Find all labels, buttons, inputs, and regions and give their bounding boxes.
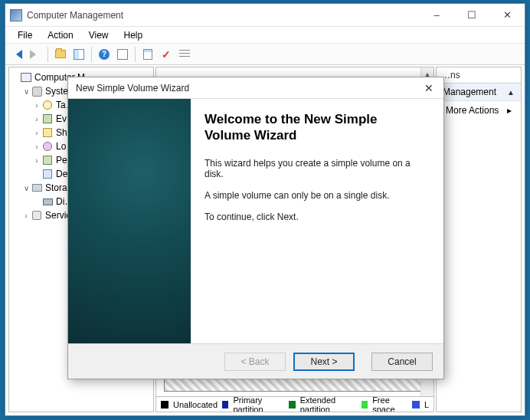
- nav-forward-button[interactable]: [27, 46, 44, 63]
- shared-icon: [41, 126, 54, 139]
- toolbar-separator: [47, 47, 48, 62]
- app-icon: [10, 9, 22, 21]
- users-icon: [41, 140, 54, 153]
- legend-label: Extended partition: [300, 396, 357, 412]
- device-icon: [41, 168, 54, 180]
- cancel-button[interactable]: Cancel: [371, 353, 433, 371]
- list-button[interactable]: [176, 46, 193, 63]
- actions-header: …ns: [437, 67, 521, 84]
- minimize-button[interactable]: –: [419, 4, 454, 26]
- disk-icon: [41, 195, 54, 208]
- toolbar-separator: [91, 47, 92, 62]
- view-columns-button[interactable]: [70, 46, 87, 63]
- expand-icon[interactable]: ›: [32, 101, 41, 110]
- toolbar-separator: [135, 47, 136, 62]
- computer-icon: [20, 71, 32, 84]
- services-icon: [31, 209, 43, 221]
- maximize-button[interactable]: ☐: [454, 4, 489, 26]
- collapse-arrow-icon: ▲: [507, 88, 515, 97]
- wizard-text-1: This wizard helps you create a simple vo…: [204, 158, 427, 179]
- expand-icon[interactable]: ›: [32, 115, 41, 123]
- wizard-close-button[interactable]: ✕: [417, 79, 440, 97]
- clock-icon: [41, 99, 54, 111]
- window-controls: – ☐ ✕: [419, 4, 525, 26]
- titlebar: Computer Management – ☐ ✕: [5, 4, 525, 27]
- view-grid-button[interactable]: [114, 46, 131, 63]
- toolbar: ? ✓: [5, 44, 525, 65]
- swatch-icon: [289, 401, 295, 409]
- legend-unallocated: Unallocated: [161, 400, 218, 409]
- legend-logical: L: [412, 400, 429, 409]
- next-button[interactable]: Next >: [293, 353, 355, 371]
- performance-icon: [41, 154, 54, 166]
- wizard-text-2: A simple volume can only be on a single …: [204, 190, 427, 201]
- actions-section[interactable]: Management ▲: [437, 84, 521, 101]
- menu-action[interactable]: Action: [41, 28, 79, 42]
- folder-icon: [55, 50, 66, 58]
- swatch-icon: [222, 401, 228, 409]
- wizard-footer: < Back Next > Cancel: [68, 343, 443, 379]
- collapse-icon[interactable]: ∨: [21, 184, 31, 192]
- legend-freespace: Free space: [362, 396, 407, 412]
- columns-icon: [74, 49, 84, 60]
- wizard-titlebar: New Simple Volume Wizard ✕: [68, 77, 443, 99]
- legend-label: Free space: [372, 396, 407, 412]
- swatch-icon: [362, 401, 368, 409]
- help-button[interactable]: ?: [96, 46, 113, 63]
- window-title: Computer Management: [27, 10, 419, 21]
- tools-icon: [31, 85, 43, 97]
- close-button[interactable]: ✕: [489, 4, 525, 26]
- help-icon: ?: [99, 49, 110, 60]
- legend-label: Unallocated: [173, 400, 218, 409]
- menu-help[interactable]: Help: [118, 28, 149, 42]
- nav-back-button[interactable]: [8, 46, 25, 63]
- chevron-right-icon: ▸: [507, 105, 512, 116]
- arrow-right-icon: [30, 50, 41, 59]
- menu-file[interactable]: File: [11, 28, 38, 42]
- legend-label: Primary partition: [233, 396, 284, 412]
- event-icon: [41, 113, 54, 125]
- new-simple-volume-wizard: New Simple Volume Wizard ✕ Welcome to th…: [67, 77, 444, 379]
- expand-icon[interactable]: ›: [32, 156, 41, 165]
- menubar: File Action View Help: [5, 27, 525, 44]
- menu-view[interactable]: View: [83, 28, 115, 42]
- properties-button[interactable]: [139, 46, 156, 63]
- swatch-icon: [412, 401, 420, 409]
- swatch-icon: [161, 401, 168, 409]
- apply-button[interactable]: ✓: [158, 46, 175, 63]
- legend: Unallocated Primary partition Extended p…: [156, 396, 433, 412]
- legend-primary: Primary partition: [222, 396, 284, 412]
- check-icon: ✓: [162, 48, 171, 61]
- list-icon: [179, 50, 190, 59]
- grid-icon: [117, 49, 128, 60]
- expand-icon[interactable]: ›: [21, 212, 31, 220]
- expand-icon[interactable]: ›: [32, 143, 41, 151]
- legend-extended: Extended partition: [289, 396, 357, 412]
- wizard-content: Welcome to the New Simple Volume Wizard …: [191, 99, 443, 343]
- legend-label: L: [424, 400, 429, 409]
- wizard-text-3: To continue, click Next.: [204, 212, 427, 222]
- expand-icon[interactable]: ›: [32, 129, 41, 137]
- back-button: < Back: [224, 353, 286, 371]
- wizard-title: New Simple Volume Wizard: [76, 83, 417, 94]
- actions-section-label: Management: [443, 87, 496, 97]
- actions-more-label: More Actions: [446, 105, 499, 116]
- actions-panel: …ns Management ▲ More Actions ▸: [436, 67, 522, 412]
- wizard-banner: [68, 99, 191, 343]
- collapse-icon[interactable]: ∨: [21, 87, 31, 96]
- actions-more[interactable]: More Actions ▸: [437, 101, 521, 120]
- arrow-left-icon: [11, 50, 22, 59]
- wizard-heading: Welcome to the New Simple Volume Wizard: [204, 111, 427, 144]
- wizard-body: Welcome to the New Simple Volume Wizard …: [68, 99, 443, 343]
- up-button[interactable]: [52, 46, 69, 63]
- storage-icon: [31, 182, 43, 194]
- sheet-icon: [143, 49, 152, 60]
